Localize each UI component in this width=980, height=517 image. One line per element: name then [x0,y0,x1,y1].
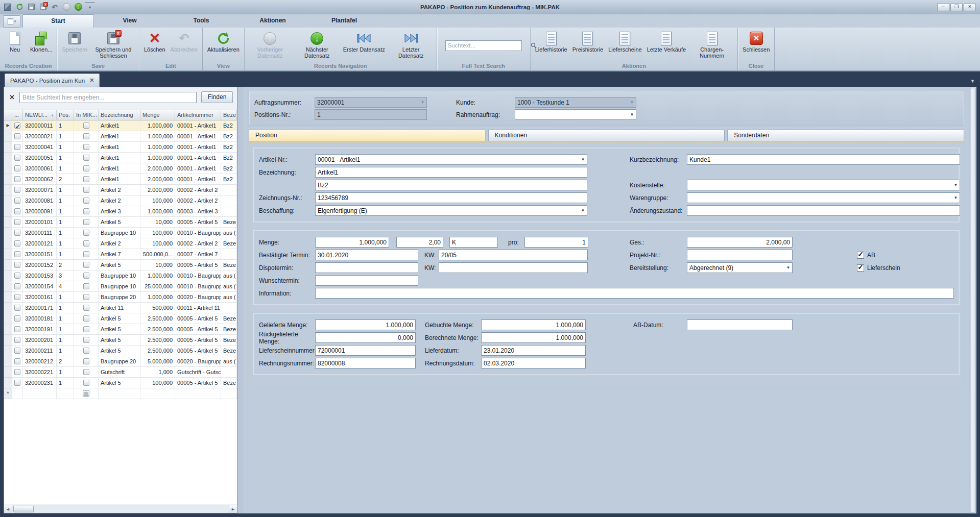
row-select-cell[interactable] [12,195,23,206]
cell-inmik[interactable] [74,163,99,174]
bereitstellung-combo[interactable]: Abgerechnet (9) ▼ [687,262,793,273]
cell-inmik[interactable] [74,356,99,367]
ges-field[interactable] [687,237,793,248]
cell-inmik[interactable] [74,335,99,346]
finden-button[interactable]: Finden [201,91,233,103]
table-row[interactable]: ▶ 320000011 1 Artikel1 1.000,000 00001 -… [4,120,237,131]
speichern-button[interactable]: Speichern [59,29,90,62]
cell-inmik[interactable] [74,303,99,313]
table-row[interactable]: 320000041 1 Artikel1 1.000,000 00001 - A… [4,142,237,153]
loeschen-button[interactable]: ✕ Löschen [141,29,168,62]
ribbon-tab-aktionen[interactable]: Aktionen [237,14,308,28]
row-select-cell[interactable] [12,131,23,142]
cell-inmik[interactable] [74,313,99,324]
scrollbar-thumb[interactable] [13,506,34,512]
lieferhistorie-button[interactable]: Lieferhistorie [533,29,570,62]
rahmenauftrag-combo[interactable]: ▼ [515,109,636,120]
chevron-down-icon[interactable]: ▼ [970,79,976,84]
kunde-combo[interactable]: 1000 - Testkunde 1 ▼ [515,97,636,108]
tab-position[interactable]: Position [249,130,486,141]
header-pos[interactable]: Pos. [57,110,74,120]
row-select-cell[interactable] [12,228,23,238]
scroll-left-icon[interactable]: ◀ [4,505,12,513]
header-menge[interactable]: Menge [140,110,175,120]
lieferscheinnummer-field[interactable] [315,345,416,356]
rechnungsnummer-field[interactable] [315,358,416,368]
table-row[interactable]: 320000211 1 Artikel 5 2.500,000 00005 - … [4,346,237,356]
application-menu-button[interactable]: ▾ [3,15,20,28]
kurzbezeichnung-field[interactable] [687,154,960,165]
letzter-datensatz-button[interactable]: Letzter Datensatz [388,29,435,62]
row-select-cell[interactable] [12,303,23,313]
cell-inmik[interactable] [74,228,99,238]
cell-inmik[interactable] [74,270,99,281]
save-icon[interactable] [27,3,36,12]
table-row[interactable]: 320000061 1 Artikel1 2.000,000 00001 - A… [4,163,237,174]
bezeichnung-field[interactable] [315,167,587,178]
cell-inmik[interactable] [74,260,99,270]
cell-inmik[interactable] [74,195,99,206]
row-select-cell[interactable] [12,249,23,260]
undo-icon[interactable]: ↶ [50,3,59,12]
minimize-button[interactable]: – [937,3,949,11]
save-close-icon[interactable]: x [38,3,47,12]
cell-inmik[interactable] [74,185,99,195]
preishistorie-button[interactable]: Preishistorie [570,29,606,62]
maximize-button[interactable]: ❒ [950,3,963,11]
bestaetigter-termin-field[interactable] [315,250,418,260]
row-select-cell[interactable] [12,313,23,324]
row-select-cell[interactable] [12,346,23,356]
neu-button[interactable]: Neu [2,29,28,62]
table-row[interactable]: 320000121 1 Artikel 2 100,000 00002 - Ar… [4,238,237,249]
table-row[interactable]: 320000231 1 Artikel 5 100,000 00005 - Ar… [4,378,237,388]
row-select-cell[interactable] [12,378,23,388]
rechnungsdatum-field[interactable] [481,358,586,368]
cell-inmik[interactable] [74,174,99,185]
zeichnungs-nr-field[interactable] [315,192,587,203]
table-row[interactable]: 320000021 1 Artikel1 1.000,000 00001 - A… [4,131,237,142]
information-field[interactable] [315,288,954,299]
document-tab[interactable]: PAKAPO - Position zum Kun ✕ [5,73,100,87]
cell-inmik[interactable] [74,292,99,303]
table-row[interactable]: 320000153 3 Baugruppe 10 1.000,000 00010… [4,270,237,281]
row-select-cell[interactable] [12,163,23,174]
gelieferte-menge-field[interactable] [315,319,416,330]
vorheriger-datensatz-button[interactable]: ↑ Vorheriger Datensatz [247,29,294,62]
beschaffung-combo[interactable]: Eigenfertigung (E) ▼ [315,205,587,216]
table-row[interactable]: 320000152 2 Artikel 5 10,000 00005 - Art… [4,260,237,270]
artikel-nr-combo[interactable]: 00001 - Artikel1 ▼ [315,154,587,165]
tab-konditionen[interactable]: Konditionen [488,130,725,141]
dispotermin-field[interactable] [315,262,418,273]
menge-field[interactable] [315,237,389,248]
ribbon-tab-plantafel[interactable]: Plantafel [308,14,380,28]
header-bezeichnung[interactable]: Bezeichnung [99,110,140,120]
ribbon-tab-tools[interactable]: Tools [165,14,237,28]
wunschtermin-field[interactable] [315,275,418,286]
table-row[interactable]: 320000221 1 Gutschrift 1,000 Gutschrift … [4,367,237,378]
cell-inmik[interactable] [74,281,99,292]
cell-inmik[interactable] [74,346,99,356]
table-row[interactable]: 320000212 2 Baugruppe 20 5.000,000 00020… [4,356,237,367]
klonen-button[interactable]: Klonen... [28,29,55,62]
row-select-cell[interactable] [12,367,23,378]
lieferscheine-button[interactable]: Lieferscheine [606,29,644,62]
next-record-icon[interactable]: ↓ [74,3,83,12]
schliessen-button[interactable]: ✕ Schliessen [740,29,772,62]
row-select-cell[interactable] [12,185,23,195]
search-input[interactable] [19,92,197,103]
grid-new-row[interactable]: * [4,388,237,399]
gebuchte-menge-field[interactable] [481,319,586,330]
cell-inmik[interactable] [74,131,99,142]
projekt-nr-field[interactable] [687,250,793,260]
horizontal-scrollbar[interactable]: ◀ ▶ [4,505,237,513]
cell-inmik[interactable] [74,142,99,153]
table-row[interactable]: 320000191 1 Artikel 5 2.500,000 00005 - … [4,324,237,335]
table-row[interactable]: 320000081 1 Artikel 2 100,000 00002 - Ar… [4,195,237,206]
scrollbar-thumb[interactable] [971,88,976,512]
row-select-cell[interactable] [12,281,23,292]
table-row[interactable]: 320000062 2 Artikel1 2.000,000 00001 - A… [4,174,237,185]
aktualisieren-button[interactable]: Aktualisieren [205,29,242,62]
row-select-cell[interactable] [12,356,23,367]
close-icon[interactable]: ✕ [89,77,94,84]
row-select-cell[interactable] [12,335,23,346]
